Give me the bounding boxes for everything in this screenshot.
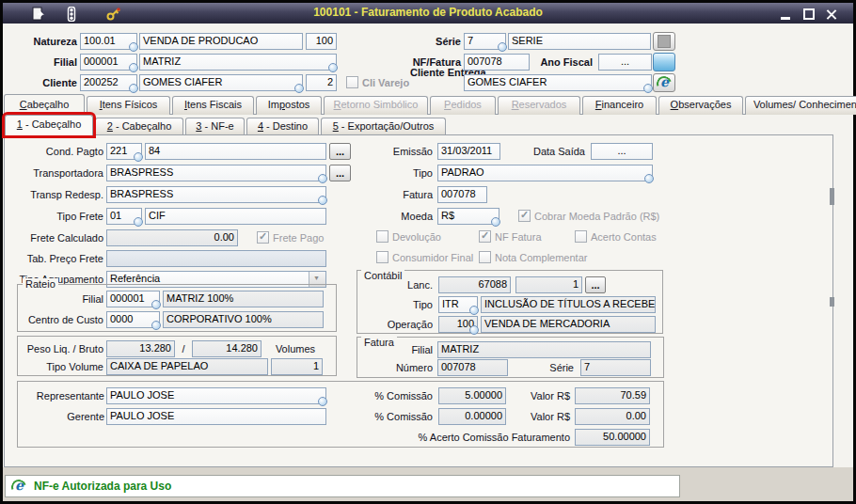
cond-pagto-code-field[interactable]: 221 — [106, 143, 142, 160]
tab-itens-fisicos[interactable]: Itens Físicos — [87, 96, 170, 115]
cond-pagto-label: Cond. Pagto — [9, 143, 103, 160]
filial-name-field[interactable]: MATRIZ — [139, 54, 337, 71]
data-saida-field[interactable]: ... — [591, 143, 653, 160]
natureza-code-field[interactable]: 100.01 — [80, 33, 137, 50]
cliente-name-field[interactable]: GOMES CIAFER — [139, 74, 303, 91]
ano-fiscal-button[interactable] — [653, 53, 675, 71]
window-title: 100101 - Faturamento de Produto Acabado — [3, 6, 853, 19]
lanc-num-field[interactable]: 67088 — [438, 276, 511, 293]
fatura-numero-field[interactable]: 007078 — [437, 359, 508, 376]
cliente-num-field[interactable]: 2 — [306, 74, 337, 91]
scrollbar-thumb[interactable] — [830, 188, 834, 205]
gray-square-icon — [658, 35, 671, 48]
operacao-desc-field[interactable]: VENDA DE MERCADORIA — [481, 316, 656, 333]
cond-pagto-desc-field[interactable]: 84 — [145, 143, 326, 160]
main-tabstrip: CabeçalhoItens FísicosItens FiscaisImpos… — [4, 94, 856, 115]
cliente-code-field[interactable]: 200252 — [80, 74, 137, 91]
centro-custo-desc-field[interactable]: CORPORATIVO 100% — [163, 311, 324, 328]
maximize-icon[interactable] — [801, 8, 817, 21]
peso-liquido-field[interactable]: 13.280 — [106, 340, 175, 357]
moeda-field[interactable]: R$ — [437, 208, 499, 225]
operacao-code-field[interactable]: 100 — [438, 316, 478, 333]
cobrar-moeda-checkbox[interactable] — [518, 210, 531, 222]
acerto-comissao-field[interactable]: 50.00000 — [575, 429, 650, 446]
nf-fatura-checkbox[interactable] — [479, 230, 491, 243]
subtab-1-cabecalho[interactable]: 1 - Cabeçalho — [5, 115, 93, 135]
natureza-name-field[interactable]: VENDA DE PRODUCAO — [139, 33, 303, 50]
rateio-filial-desc-field[interactable]: MATRIZ 100% — [163, 291, 324, 307]
cobrar-moeda-label: Cobrar Moeda Padrão (R$) — [534, 208, 659, 225]
transportadora-field[interactable]: BRASPRESS — [106, 165, 326, 181]
tab-cabecalho[interactable]: Cabeçalho — [4, 94, 85, 115]
subtab-3-nfe[interactable]: 3 - NF-e — [185, 118, 245, 135]
comissao1-valor-field[interactable]: 70.59 — [575, 387, 650, 404]
rateio-filial-code-field[interactable]: 000001 — [106, 291, 160, 307]
gerente-field[interactable]: PAULO JOSE — [106, 408, 326, 425]
tipo-frete-desc-field[interactable]: CIF — [145, 208, 326, 225]
filial-code-field[interactable]: 000001 — [80, 54, 137, 71]
lookup-icon — [129, 84, 138, 93]
ano-fiscal-field[interactable]: ... — [598, 54, 652, 71]
tipo-field[interactable]: PADRAO — [437, 165, 653, 181]
tab-impostos[interactable]: Impostos — [256, 96, 322, 115]
nfe-icon — [11, 479, 26, 494]
tab-pedidos: Pedidos — [430, 96, 496, 115]
fatura-field[interactable]: 007078 — [437, 186, 487, 203]
comissao2-valor-field[interactable]: 0.00 — [575, 408, 650, 425]
app-window: 100101 - Faturamento de Produto Acabado … — [0, 0, 856, 504]
comissao2-pct-field[interactable]: 0.00000 — [438, 408, 506, 425]
scrollbar-mark — [830, 297, 834, 307]
centro-custo-label: Centro de Custo — [23, 311, 103, 328]
tab-observacoes[interactable]: Observações — [658, 96, 743, 115]
fatura-numero-label: Número — [357, 359, 433, 376]
fatura-serie-field[interactable]: 7 — [580, 359, 651, 376]
emissao-field[interactable]: 31/03/2011 — [437, 143, 500, 160]
acerto-contas-label: Acerto Contas — [591, 228, 657, 245]
natureza-num-field[interactable]: 100 — [306, 33, 337, 50]
nf-fatura-check-label: NF Fatura — [495, 228, 542, 245]
tipo-frete-code-field[interactable]: 01 — [106, 208, 142, 225]
subtab-4-destino[interactable]: 4 - Destino — [246, 118, 319, 135]
volumes-field[interactable]: 1 — [271, 358, 323, 375]
devolucao-checkbox[interactable] — [376, 230, 388, 243]
frete-calculado-label: Frete Calculado — [9, 229, 103, 246]
subtab-2-cabecalho[interactable]: 2 - Cabeçalho — [95, 118, 183, 135]
nota-complementar-checkbox[interactable] — [479, 251, 491, 263]
serie-code-field[interactable]: 7 — [464, 33, 506, 50]
cliente-entrega-field[interactable]: GOMES CIAFER — [464, 74, 652, 91]
frete-pago-checkbox[interactable] — [257, 231, 269, 244]
representante-label: Representante — [19, 387, 104, 404]
cliente-entrega-label: Cliente Entrega — [410, 67, 461, 93]
nfe-icon — [657, 75, 672, 90]
tab-itens-fiscais[interactable]: Itens Fiscais — [172, 96, 254, 115]
nfe-button[interactable] — [653, 73, 675, 92]
lookup-icon — [129, 63, 138, 72]
lookup-icon — [294, 84, 304, 93]
serie-extra-button[interactable] — [653, 32, 675, 51]
subtab-5-exportacao[interactable]: 5 - Exportação/Outros — [321, 118, 446, 135]
serie-name-field[interactable]: SERIE — [508, 33, 651, 50]
fatura-filial-field[interactable]: MATRIZ — [437, 341, 651, 358]
tipo-volume-field[interactable]: CAIXA DE PAPELAO — [106, 358, 268, 375]
lanc-more-button[interactable]: ... — [585, 276, 606, 293]
minimize-icon[interactable] — [778, 8, 795, 21]
transp-redesp-field[interactable]: BRASPRESS — [106, 186, 326, 203]
frete-calculado-field[interactable]: 0.00 — [106, 229, 238, 246]
consumidor-final-checkbox[interactable] — [376, 251, 388, 263]
tab-financeiro[interactable]: Financeiro — [582, 96, 657, 115]
lanc-seq-field[interactable]: 1 — [515, 276, 582, 293]
cli-varejo-checkbox[interactable] — [346, 76, 358, 88]
peso-bruto-field[interactable]: 14.280 — [192, 340, 262, 357]
comissao1-pct-field[interactable]: 5.00000 — [438, 387, 506, 404]
contabil-tipo-code-field[interactable]: ITR — [438, 296, 478, 313]
centro-custo-code-field[interactable]: 0000 — [106, 311, 160, 328]
close-icon[interactable] — [823, 8, 840, 21]
tab-volumes-conhecimento[interactable]: Volumes/ Conhecimento — [745, 96, 856, 115]
acerto-contas-checkbox[interactable] — [575, 230, 587, 243]
tab-reservados: Reservados — [498, 96, 580, 115]
tab-preco-frete-field[interactable] — [106, 250, 326, 267]
contabil-tipo-desc-field[interactable]: INCLUSÃO DE TÍTULOS A RECEBER — [481, 296, 656, 313]
rateio-filial-label: Filial — [23, 291, 103, 307]
representante-field[interactable]: PAULO JOSE — [106, 387, 326, 404]
lookup-icon — [151, 321, 161, 330]
